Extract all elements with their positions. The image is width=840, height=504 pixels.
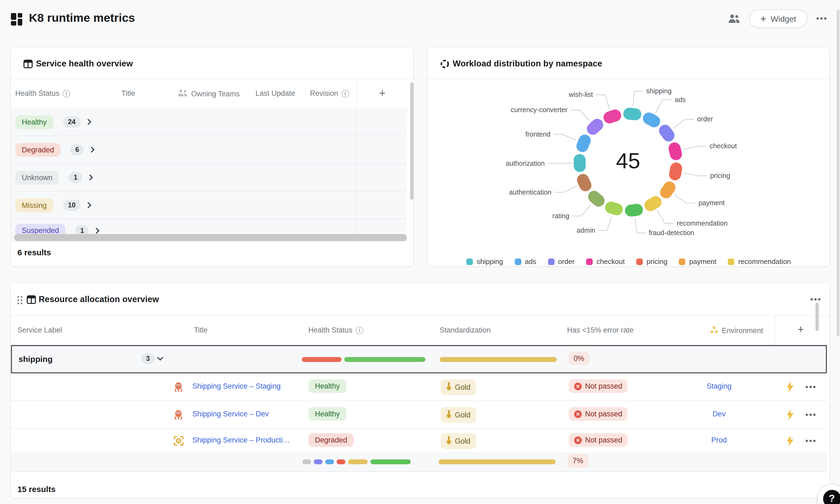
label-leader-line bbox=[596, 95, 610, 109]
group-count-badge[interactable]: 3 bbox=[141, 353, 155, 364]
legend-item-recommendation[interactable]: recommendation bbox=[728, 257, 791, 266]
legend-item-payment[interactable]: payment bbox=[679, 257, 716, 266]
info-icon[interactable]: i bbox=[356, 326, 363, 334]
col-environment[interactable]: Environment bbox=[710, 326, 763, 335]
lightning-icon[interactable] bbox=[786, 435, 794, 449]
chevron-right-icon[interactable] bbox=[87, 175, 93, 181]
vertical-scrollbar-thumb[interactable] bbox=[410, 82, 414, 200]
info-icon[interactable]: i bbox=[63, 90, 70, 97]
tier-badge: Gold bbox=[441, 407, 476, 423]
donut-segment-rating[interactable] bbox=[594, 197, 598, 201]
col-revision[interactable]: Revisioni bbox=[310, 89, 349, 97]
row-overflow-menu[interactable] bbox=[806, 386, 815, 388]
partial-group-row[interactable]: 7% bbox=[11, 452, 827, 472]
service-link[interactable]: Shipping Service – Producti… bbox=[192, 436, 290, 444]
service-row-production[interactable]: Shipping Service – Producti… Degraded Go… bbox=[11, 429, 827, 452]
label-leader-line bbox=[573, 205, 591, 216]
environment-link[interactable]: Prod bbox=[686, 436, 752, 444]
col-title[interactable]: Title bbox=[194, 326, 208, 334]
group-row-shipping[interactable]: shipping 3 0% bbox=[11, 345, 827, 373]
octopus-icon bbox=[174, 382, 183, 394]
col-owning-teams[interactable]: Owning Teams bbox=[178, 89, 240, 98]
add-column-button[interactable]: + bbox=[798, 323, 804, 336]
donut-segment-checkout[interactable] bbox=[675, 148, 676, 154]
chevron-down-icon[interactable] bbox=[157, 355, 163, 361]
donut-segment-wish-list[interactable] bbox=[610, 115, 615, 117]
count-badge[interactable]: 10 bbox=[63, 200, 81, 211]
legend-swatch bbox=[548, 258, 554, 265]
legend-item-ads[interactable]: ads bbox=[514, 257, 536, 266]
legend-item-pricing[interactable]: pricing bbox=[636, 257, 668, 266]
card-title: Service health overview bbox=[36, 59, 133, 69]
donut-segment-currency-converter[interactable] bbox=[593, 125, 597, 129]
donut-segment-ads[interactable] bbox=[649, 119, 654, 121]
col-service-label[interactable]: Service Label bbox=[17, 326, 62, 334]
service-row-dev[interactable]: Shipping Service – Dev Healthy Gold ✕ No… bbox=[11, 401, 827, 429]
donut-segment-authorization[interactable] bbox=[580, 160, 580, 166]
donut-label-order: order bbox=[697, 115, 713, 123]
page-overflow-menu[interactable] bbox=[817, 17, 826, 19]
status-badge: Degraded bbox=[15, 143, 61, 157]
donut-label-rating: rating bbox=[553, 212, 570, 220]
horizontal-scrollbar-thumb[interactable] bbox=[14, 234, 407, 241]
row-overflow-menu[interactable] bbox=[806, 440, 815, 442]
donut-segment-pricing[interactable] bbox=[675, 168, 676, 174]
resource-allocation-card: Resource allocation overview Service Lab… bbox=[10, 283, 830, 499]
col-health-status[interactable]: Health Statusi bbox=[15, 89, 70, 97]
donut-segment-shipping[interactable] bbox=[629, 114, 635, 114]
environment-link[interactable]: Staging bbox=[686, 382, 752, 390]
vertical-scrollbar-thumb[interactable] bbox=[816, 303, 819, 331]
label-leader-line bbox=[598, 216, 611, 231]
x-circle-icon: ✕ bbox=[574, 436, 582, 444]
chevron-right-icon[interactable] bbox=[85, 119, 91, 125]
donut-label-pricing: pricing bbox=[710, 172, 730, 179]
row-overflow-menu[interactable] bbox=[806, 414, 815, 416]
col-title[interactable]: Title bbox=[121, 89, 135, 97]
count-badge[interactable]: 1 bbox=[69, 172, 83, 183]
share-users-icon[interactable] bbox=[728, 14, 740, 25]
legend-item-shipping[interactable]: shipping bbox=[466, 257, 503, 266]
environment-link[interactable]: Dev bbox=[686, 410, 752, 418]
app-logo-icon bbox=[11, 13, 23, 28]
table-row-healthy[interactable]: Healthy 24 bbox=[11, 108, 407, 136]
legend-item-order[interactable]: order bbox=[548, 257, 575, 266]
chevron-right-icon[interactable] bbox=[85, 202, 91, 209]
donut-segment-authentication[interactable] bbox=[583, 180, 585, 185]
legend-item-checkout[interactable]: checkout bbox=[586, 257, 625, 266]
service-row-staging[interactable]: Shipping Service – Staging Healthy Gold … bbox=[11, 373, 827, 401]
service-link[interactable]: Shipping Service – Staging bbox=[192, 382, 281, 390]
legend-swatch bbox=[636, 258, 643, 265]
info-icon[interactable]: i bbox=[342, 90, 349, 97]
page-scrollbar-thumb[interactable] bbox=[837, 10, 839, 336]
lightning-icon[interactable] bbox=[786, 381, 794, 395]
add-column-button[interactable]: + bbox=[379, 87, 385, 100]
legend-label: ads bbox=[525, 257, 536, 266]
page-scrollbar[interactable] bbox=[837, 0, 840, 504]
lightning-icon[interactable] bbox=[786, 409, 794, 422]
scan-target-icon bbox=[174, 436, 183, 448]
col-last-update[interactable]: Last Update bbox=[256, 89, 295, 97]
add-widget-button[interactable]: + Widget bbox=[749, 9, 807, 28]
donut-segment-order[interactable] bbox=[665, 131, 668, 135]
table-row-unknown[interactable]: Unknown 1 bbox=[11, 164, 407, 192]
donut-segment-fraud-detection[interactable] bbox=[631, 210, 637, 211]
donut-segment-frontend[interactable] bbox=[582, 141, 585, 146]
donut-segment-payment[interactable] bbox=[666, 187, 669, 193]
chevron-right-icon[interactable] bbox=[89, 147, 95, 153]
donut-label-admin: admin bbox=[577, 227, 595, 234]
tier-badge: Gold bbox=[441, 379, 476, 395]
service-link[interactable]: Shipping Service – Dev bbox=[192, 410, 269, 418]
donut-segment-recommendation[interactable] bbox=[650, 202, 655, 205]
count-badge[interactable]: 6 bbox=[71, 144, 84, 155]
col-error-rate[interactable]: Has <15% error rate bbox=[567, 326, 633, 334]
chevron-right-icon[interactable] bbox=[93, 228, 100, 234]
x-circle-icon: ✕ bbox=[574, 382, 582, 390]
donut-segment-admin[interactable] bbox=[611, 208, 617, 209]
table-row-missing[interactable]: Missing 10 bbox=[11, 192, 407, 219]
col-standardization[interactable]: Standardization bbox=[440, 326, 491, 334]
count-badge[interactable]: 24 bbox=[63, 116, 81, 127]
card-overflow-menu[interactable] bbox=[810, 298, 820, 300]
drag-handle-icon[interactable] bbox=[17, 296, 22, 304]
col-health-status[interactable]: Health Statusi bbox=[308, 326, 363, 334]
table-row-degraded[interactable]: Degraded 6 bbox=[11, 136, 407, 164]
